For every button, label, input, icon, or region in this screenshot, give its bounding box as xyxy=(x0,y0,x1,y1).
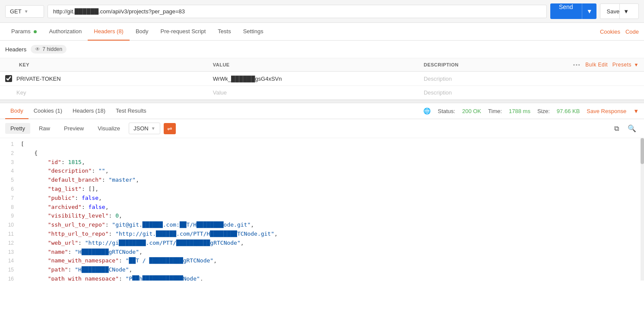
format-dropdown[interactable]: JSON ▼ xyxy=(129,123,160,134)
json-line: 15 "path": "H████████CNode", xyxy=(3,265,644,275)
headers-label: Headers xyxy=(5,46,26,53)
resp-tab-body[interactable]: Body xyxy=(5,103,29,119)
json-line: 7 "public": false, xyxy=(3,194,644,203)
method-select[interactable]: GET ▼ xyxy=(5,5,44,18)
line-content: "path": "H████████CNode", xyxy=(21,265,644,275)
json-line: 12 "web_url": "http://gi████████.com/PTT… xyxy=(3,239,644,248)
wrap-button[interactable]: ⇌ xyxy=(164,123,176,134)
key-placeholder[interactable]: Key xyxy=(16,89,26,96)
save-response-chevron[interactable]: ▼ xyxy=(633,108,639,114)
presets-button[interactable]: Presets xyxy=(612,62,631,68)
cookies-link[interactable]: Cookies xyxy=(600,28,620,35)
tab-tests[interactable]: Tests xyxy=(212,23,237,41)
line-content: "tag_list": [], xyxy=(21,185,644,194)
save-dropdown-icon[interactable]: ▼ xyxy=(619,4,632,19)
eye-icon: 👁 xyxy=(35,46,40,52)
params-dot xyxy=(34,30,37,33)
line-number: 4 xyxy=(3,167,21,176)
pretty-button[interactable]: Pretty xyxy=(5,123,30,134)
line-number: 14 xyxy=(3,256,21,265)
resp-tab-test-results[interactable]: Test Results xyxy=(111,103,152,119)
tab-pre-request[interactable]: Pre-request Script xyxy=(155,23,212,41)
scrollbar-thumb[interactable] xyxy=(641,138,644,164)
save-response-button[interactable]: Save Response xyxy=(587,108,626,114)
tab-body[interactable]: Body xyxy=(130,23,155,41)
line-number: 1 xyxy=(3,140,21,149)
size-value: 97.66 KB xyxy=(557,108,580,114)
tab-settings[interactable]: Settings xyxy=(237,23,270,41)
tab-headers[interactable]: Headers (8) xyxy=(88,23,130,41)
section-divider xyxy=(0,100,644,103)
line-content: "description": "", xyxy=(21,167,644,176)
dots-icon[interactable]: ••• xyxy=(573,62,581,67)
resp-cookies-label: Cookies (1) xyxy=(34,107,62,114)
desc-placeholder-empty[interactable]: Description xyxy=(424,89,452,96)
save-button[interactable]: Save ▼ xyxy=(600,3,639,19)
tab-body-label: Body xyxy=(136,28,149,35)
json-content-area: 1[2 {3 "id": 1815,4 "description": "",5 … xyxy=(0,138,644,281)
line-content: [ xyxy=(21,140,644,149)
json-line: 1[ xyxy=(3,140,644,149)
line-number: 3 xyxy=(3,158,21,167)
response-tab-nav: Body Cookies (1) Headers (18) Test Resul… xyxy=(0,103,644,119)
format-bar-right: ⧉ 🔍 xyxy=(612,123,639,134)
line-content: { xyxy=(21,149,644,158)
empty-key-cell: Key xyxy=(0,86,208,100)
json-line: 13 "name": "H████████gRTCNode", xyxy=(3,248,644,257)
json-view: 1[2 {3 "id": 1815,4 "description": "",5 … xyxy=(0,138,644,281)
row-actions-cell xyxy=(568,72,644,86)
value-cell: WrWk_██████gsG4xSVn xyxy=(208,72,419,86)
col-key-label: KEY xyxy=(19,62,29,67)
code-link[interactable]: Code xyxy=(625,28,639,35)
col-description-label: DESCRIPTION xyxy=(424,62,459,67)
url-input[interactable] xyxy=(48,5,547,18)
line-number: 15 xyxy=(3,265,21,275)
scrollbar-track[interactable] xyxy=(641,138,644,281)
tab-nav-right: Cookies Code xyxy=(600,28,639,35)
search-button[interactable]: 🔍 xyxy=(625,123,639,134)
json-line: 2 { xyxy=(3,149,644,158)
json-line: 3 "id": 1815, xyxy=(3,158,644,167)
line-number: 11 xyxy=(3,230,21,239)
line-content: "name": "H████████gRTCNode", xyxy=(21,248,644,257)
json-line: 5 "default_branch": "master", xyxy=(3,176,644,185)
col-description: DESCRIPTION xyxy=(419,58,568,72)
table-row: PRIVATE-TOKEN WrWk_██████gsG4xSVn Descri… xyxy=(0,72,644,86)
key-cell: PRIVATE-TOKEN xyxy=(0,72,208,86)
bulk-edit-button[interactable]: Bulk Edit xyxy=(585,62,608,68)
method-label: GET xyxy=(10,8,22,15)
empty-row: Key Value Description xyxy=(0,86,644,100)
col-actions: ••• Bulk Edit Presets ▼ xyxy=(568,58,644,72)
resp-tab-cookies[interactable]: Cookies (1) xyxy=(29,103,67,119)
preview-button[interactable]: Preview xyxy=(59,123,89,134)
size-label: Size: xyxy=(537,108,550,114)
empty-desc-cell: Description xyxy=(419,86,568,100)
copy-button[interactable]: ⧉ xyxy=(612,123,622,134)
presets-chevron[interactable]: ▼ xyxy=(634,62,639,67)
json-line: 4 "description": "", xyxy=(3,167,644,176)
row-checkbox[interactable] xyxy=(5,75,12,82)
send-button[interactable]: Send ▼ xyxy=(550,3,597,19)
tab-authorization[interactable]: Authorization xyxy=(43,23,88,41)
tab-authorization-label: Authorization xyxy=(49,28,82,35)
raw-button[interactable]: Raw xyxy=(34,123,55,134)
headers-table: KEY VALUE DESCRIPTION ••• Bulk Edit Pres… xyxy=(0,58,644,100)
url-bar: GET ▼ Send ▼ Save ▼ xyxy=(0,0,644,23)
send-dropdown-icon[interactable]: ▼ xyxy=(582,3,597,19)
hidden-badge[interactable]: 👁 7 hidden xyxy=(31,45,67,54)
visualize-button[interactable]: Visualize xyxy=(92,123,125,134)
resp-test-results-label: Test Results xyxy=(116,107,146,114)
col-key: KEY xyxy=(0,58,208,72)
line-content: "name_with_namespace": "██T / ██████████… xyxy=(21,256,644,265)
line-content: "archived": false, xyxy=(21,203,644,212)
value-placeholder[interactable]: Value xyxy=(213,89,227,96)
tab-params[interactable]: Params xyxy=(5,23,43,41)
key-value: PRIVATE-TOKEN xyxy=(16,76,61,82)
empty-actions-cell xyxy=(568,86,644,100)
globe-icon[interactable]: 🌐 xyxy=(423,107,431,114)
resp-tab-headers[interactable]: Headers (18) xyxy=(67,103,111,119)
tab-headers-label: Headers (8) xyxy=(94,28,124,35)
json-line: 9 "visibility_level": 0, xyxy=(3,212,644,221)
line-number: 2 xyxy=(3,149,21,158)
line-content: "http_url_to_repo": "http://git.██████.c… xyxy=(21,230,644,239)
